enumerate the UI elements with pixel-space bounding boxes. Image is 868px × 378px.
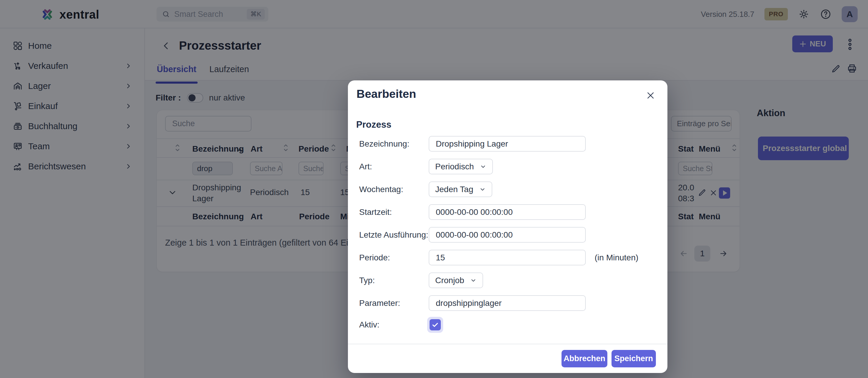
- periode-unit-label: (in Minuten): [595, 253, 639, 263]
- field-label-typ: Typ:: [359, 276, 375, 285]
- modal-section-title: Prozess: [356, 119, 392, 130]
- wochentag-select[interactable]: Jeden Tag: [429, 181, 492, 197]
- art-select-value: Periodisch: [435, 162, 474, 171]
- aktiv-checkbox[interactable]: [427, 317, 443, 333]
- field-label-parameter: Parameter:: [359, 299, 400, 308]
- parameter-input[interactable]: dropshippinglager: [429, 295, 586, 311]
- check-icon: [431, 321, 439, 329]
- cancel-button[interactable]: Abbrechen: [561, 350, 607, 367]
- startzeit-input[interactable]: 0000-00-00 00:00:00: [429, 204, 586, 220]
- bearbeiten-modal: Bearbeiten Prozess Bezeichnung: Dropship…: [348, 80, 668, 373]
- save-button[interactable]: Speichern: [612, 350, 656, 367]
- letzte-ausfuehrung-input[interactable]: 0000-00-00 00:00:00: [429, 227, 586, 243]
- chevron-down-icon: [480, 164, 486, 170]
- chevron-down-icon: [470, 277, 476, 284]
- close-icon: [646, 91, 656, 101]
- chevron-down-icon: [479, 186, 486, 193]
- field-label-letzte-ausfuehrung: Letzte Ausführung:: [359, 230, 428, 240]
- field-label-bezeichnung: Bezeichnung:: [359, 139, 409, 149]
- periode-input[interactable]: 15: [429, 250, 586, 265]
- wochentag-select-value: Jeden Tag: [435, 185, 473, 194]
- field-label-wochentag: Wochentag:: [359, 185, 403, 194]
- field-label-aktiv: Aktiv:: [359, 320, 379, 330]
- typ-select[interactable]: Cronjob: [429, 273, 483, 288]
- bezeichnung-input[interactable]: Dropshipping Lager: [429, 136, 586, 151]
- field-label-periode: Periode:: [359, 253, 390, 263]
- modal-title: Bearbeiten: [356, 88, 416, 101]
- modal-close-button[interactable]: [646, 91, 656, 101]
- field-label-startzeit: Startzeit:: [359, 207, 392, 217]
- app-window: xentral Smart Search ⌘K Version 25.18.7 …: [0, 0, 868, 378]
- typ-select-value: Cronjob: [435, 276, 464, 285]
- field-label-art: Art:: [359, 162, 372, 171]
- art-select[interactable]: Periodisch: [429, 159, 493, 174]
